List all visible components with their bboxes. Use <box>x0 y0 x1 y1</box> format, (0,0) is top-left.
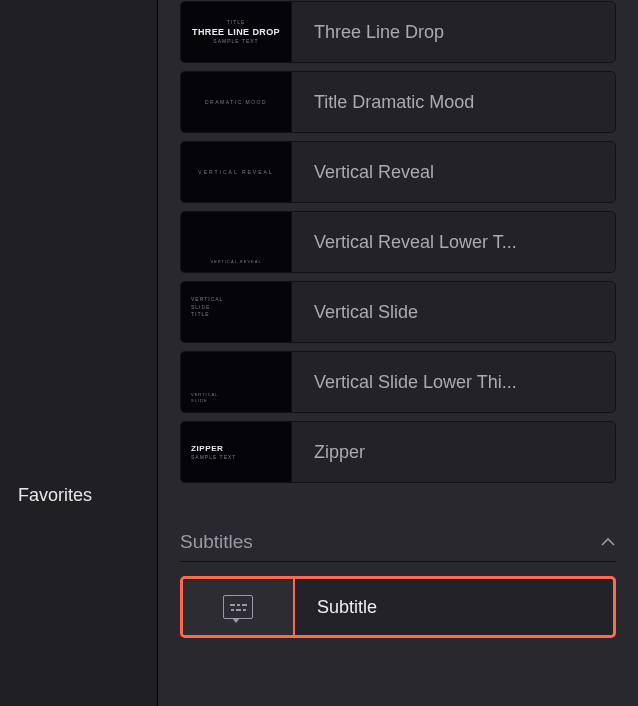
preset-label: Subtitle <box>293 579 613 635</box>
preset-thumbnail: VERTICAL SLIDE TITLE <box>181 282 291 342</box>
preset-label: Vertical Slide <box>291 282 615 342</box>
preset-zipper[interactable]: ZIPPER SAMPLE TEXT Zipper <box>180 421 616 483</box>
preset-label: Title Dramatic Mood <box>291 72 615 132</box>
thumb-text: TITLE <box>227 19 246 26</box>
preset-thumbnail: VERTICAL REVEAL <box>181 212 291 272</box>
preset-label: Vertical Reveal <box>291 142 615 202</box>
section-subtitles: Subtitles Subtitle <box>158 525 638 638</box>
app-root: Favorites TITLE THREE LINE DROP SAMPLE T… <box>0 0 638 706</box>
preset-three-line-drop[interactable]: TITLE THREE LINE DROP SAMPLE TEXT Three … <box>180 1 616 63</box>
section-header-subtitles[interactable]: Subtitles <box>180 525 616 562</box>
preset-thumbnail <box>183 579 293 635</box>
thumb-text: SLIDE <box>191 398 208 404</box>
preset-thumbnail: ZIPPER SAMPLE TEXT <box>181 422 291 482</box>
preset-label: Zipper <box>291 422 615 482</box>
preset-vertical-reveal[interactable]: VERTICAL REVEAL Vertical Reveal <box>180 141 616 203</box>
thumb-text: THREE LINE DROP <box>192 26 280 39</box>
preset-thumbnail: VERTICAL REVEAL <box>181 142 291 202</box>
section-title: Subtitles <box>180 531 253 553</box>
sidebar: Favorites <box>0 0 158 706</box>
thumb-text: SAMPLE TEXT <box>191 454 236 461</box>
thumb-text: VERTICAL REVEAL <box>210 259 261 264</box>
chevron-up-icon <box>600 537 616 547</box>
thumb-text: ZIPPER <box>191 444 224 454</box>
preset-dramatic-mood[interactable]: DRAMATIC MOOD Title Dramatic Mood <box>180 71 616 133</box>
content-panel: TITLE THREE LINE DROP SAMPLE TEXT Three … <box>158 0 638 706</box>
thumb-text: SLIDE <box>191 304 210 312</box>
subtitle-icon <box>223 595 253 619</box>
sidebar-item-favorites[interactable]: Favorites <box>0 475 157 516</box>
title-preset-list: TITLE THREE LINE DROP SAMPLE TEXT Three … <box>158 1 638 487</box>
preset-thumbnail: TITLE THREE LINE DROP SAMPLE TEXT <box>181 2 291 62</box>
sidebar-item-label: Favorites <box>18 485 92 505</box>
thumb-text: SAMPLE TEXT <box>213 38 258 45</box>
thumb-text: VERTICAL <box>191 296 223 304</box>
preset-vertical-slide[interactable]: VERTICAL SLIDE TITLE Vertical Slide <box>180 281 616 343</box>
preset-label: Vertical Slide Lower Thi... <box>291 352 615 412</box>
preset-label: Three Line Drop <box>291 2 615 62</box>
thumb-text: TITLE <box>191 311 210 319</box>
thumb-text: VERTICAL REVEAL <box>198 169 273 175</box>
preset-vertical-slide-lower[interactable]: VERTICAL SLIDE Vertical Slide Lower Thi.… <box>180 351 616 413</box>
preset-label: Vertical Reveal Lower T... <box>291 212 615 272</box>
preset-thumbnail: DRAMATIC MOOD <box>181 72 291 132</box>
preset-vertical-reveal-lower[interactable]: VERTICAL REVEAL Vertical Reveal Lower T.… <box>180 211 616 273</box>
preset-subtitle[interactable]: Subtitle <box>180 576 616 638</box>
preset-thumbnail: VERTICAL SLIDE <box>181 352 291 412</box>
thumb-text: DRAMATIC MOOD <box>205 99 267 105</box>
